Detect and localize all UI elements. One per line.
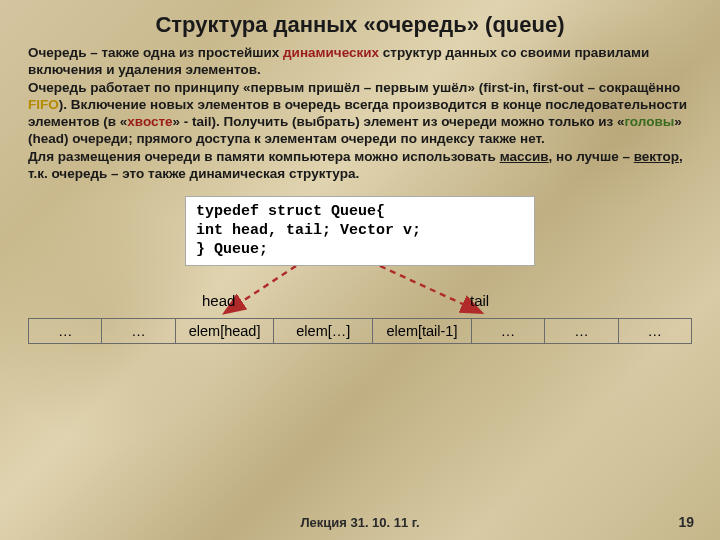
kw-dynamic: динамических [283,45,379,60]
label-tail: tail [470,292,489,309]
page-title: Структура данных «очередь» (queue) [28,12,692,38]
code-line: } Queue; [196,241,524,260]
label-head: head [202,292,235,309]
code-block: typedef struct Queue{ int head, tail; Ve… [185,196,535,266]
kw-fifo: FIFO [28,97,59,112]
array-cell: … [29,319,102,343]
t: Для размещения очереди в памяти компьюте… [28,149,500,164]
body-paragraph: Очередь – также одна из простейших динам… [28,44,692,182]
kw-vector: вектор [634,149,679,164]
array-cell: … [619,319,691,343]
array-cell: elem[…] [274,319,373,343]
kw-tail: хвосте [127,114,172,129]
array-cell: elem[tail-1] [373,319,472,343]
array-cell: … [102,319,175,343]
arrow-tail-icon [380,266,480,312]
t: Очередь – также одна из простейших [28,45,283,60]
kw-head: головы [624,114,674,129]
kw-array: массив [500,149,549,164]
array-cell: … [545,319,618,343]
arrow-head-icon [226,266,296,312]
t: » - tail). Получить (выбрать) элемент из… [173,114,625,129]
footer-text: Лекция 31. 10. 11 г. [0,515,720,530]
array-cell: … [472,319,545,343]
array-cell: elem[head] [176,319,275,343]
page-number: 19 [678,514,694,530]
code-line: int head, tail; Vector v; [196,222,524,241]
t: , но лучше – [549,149,634,164]
array-diagram: … … elem[head] elem[…] elem[tail-1] … … … [28,318,692,344]
code-line: typedef struct Queue{ [196,203,524,222]
arrows-region: head tail [28,266,692,316]
t: Очередь работает по принципу «первым при… [28,80,680,95]
